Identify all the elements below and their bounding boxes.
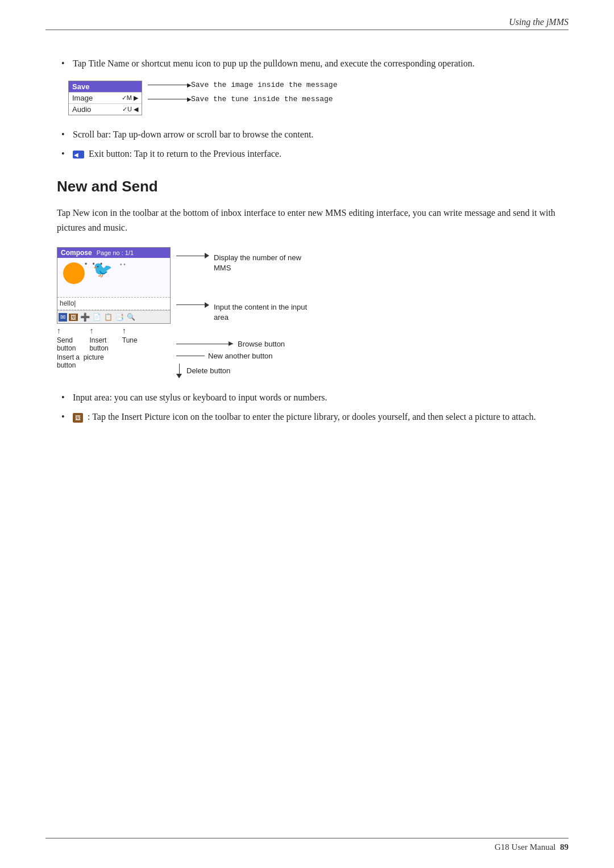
toolbar-page2-icon[interactable]: 📑 [115, 313, 125, 321]
footer-text: G18 User Manual 89 [495, 842, 569, 852]
compose-toolbar: ✉ 🖼 ➕ 📄 📋 📑 🔍 [57, 310, 170, 323]
annot-input-content: Input the content in the input area [176, 302, 316, 323]
toolbar-add-icon[interactable]: ➕ [80, 312, 90, 322]
device-mockup: Compose Page no : 1/1 🐦 • • • • • [57, 247, 171, 370]
annot-input-label: Input the content in the input area [214, 302, 316, 323]
insert-label: Insertbutton [89, 336, 108, 352]
compose-content-area: 🐦 • • • • • [57, 258, 170, 298]
save-menu-row-audio: Audio ✓U ◀ [69, 104, 142, 115]
save-menu-row-save: Save [69, 81, 142, 93]
send-label: Sendbutton [57, 336, 76, 352]
section3-bullets: Input area: you can use stylus or keyboa… [57, 391, 569, 424]
label-insert-picture: Insert a picturebutton [57, 353, 171, 369]
annot-delete: Delete button [176, 364, 316, 378]
section1-bullets: Tap Title Name or shortcut menu icon to … [57, 57, 569, 70]
tune-label: Tune [122, 336, 138, 344]
tune-arrow: ↑ [122, 326, 126, 335]
new-another-line [176, 356, 205, 356]
label-tune: ↑ Tune [122, 326, 138, 352]
main-content: Tap Title Name or shortcut menu icon to … [57, 57, 569, 424]
new-another-label: New another button [208, 352, 272, 360]
toolbar-send-icon[interactable]: ✉ [59, 313, 67, 322]
footer-page: 89 [560, 842, 569, 852]
annot-display-number-label: Display the number of new MMS [214, 253, 316, 273]
save-menu-row-image: Image ✓M ▶ [69, 93, 142, 104]
footer-line [45, 838, 569, 838]
annot-display-number: Display the number of new MMS [176, 253, 316, 273]
browse-label: Browse button [238, 340, 285, 348]
save-menu-box: Save Image ✓M ▶ Audio ✓U ◀ [68, 81, 142, 115]
compose-bottom-labels: ↑ Sendbutton ↑ Insertbutton ↑ Tune [57, 326, 171, 352]
send-arrow: ↑ [57, 326, 61, 335]
save-annot-audio: ▶ Save the tune inside the message [148, 95, 337, 103]
header-title: Using the jMMS [509, 17, 569, 27]
compose-titlebar: Compose Page no : 1/1 [57, 248, 170, 258]
annot-browse: Browse button [176, 340, 316, 348]
toolbar-insert-picture-icon[interactable]: 🖼 [69, 314, 78, 321]
delete-arrow-down [176, 364, 182, 378]
section1-bullets2: Scroll bar: Tap up-down arrow or scroll … [57, 128, 569, 161]
annot-new-another: New another button [176, 352, 316, 360]
delete-label: Delete button [186, 366, 230, 375]
bullet-tap-title: Tap Title Name or shortcut menu icon to … [57, 57, 569, 70]
save-annotations: ▶ Save the image inside the message ▶ Sa… [148, 81, 337, 103]
arrow-input-content [176, 302, 209, 308]
compose-dots: • • • [85, 260, 104, 268]
browse-line [176, 344, 233, 344]
section2-paragraph: Tap New icon in the toolbar at the botto… [57, 206, 569, 235]
insert-picture-icon: 🖼 [73, 413, 83, 423]
bullet-insert-picture: 🖼 : Tap the Insert Picture icon on the t… [57, 410, 569, 424]
compose-annotations-block: Display the number of new MMS Input the … [176, 247, 316, 378]
toolbar-browse-icon[interactable]: 🔍 [126, 313, 136, 321]
bullet-scroll: Scroll bar: Tap up-down arrow or scroll … [57, 128, 569, 141]
page-container: Using the jMMS G18 User Manual 89 Tap Ti… [0, 0, 614, 868]
label-send: ↑ Sendbutton [57, 326, 76, 352]
section2-heading: New and Send [57, 178, 569, 195]
arrow-display-number [176, 253, 209, 258]
compose-input-area: hello| [57, 298, 170, 310]
exit-icon [73, 151, 84, 158]
footer-manual: G18 User Manual [495, 842, 555, 852]
label-insert: ↑ Insertbutton [89, 326, 108, 352]
header-line [45, 30, 569, 30]
compose-circle-image [63, 262, 85, 284]
bullet-input-area: Input area: you can use stylus or keyboa… [57, 391, 569, 404]
compose-device: Compose Page no : 1/1 🐦 • • • • • [57, 247, 171, 324]
save-diagram: Save Image ✓M ▶ Audio ✓U ◀ ▶ Save the im… [68, 81, 569, 115]
insert-arrow: ↑ [89, 326, 93, 335]
toolbar-page-icon[interactable]: 📋 [103, 313, 113, 321]
toolbar-copy-icon[interactable]: 📄 [92, 313, 102, 321]
compose-diagram: Compose Page no : 1/1 🐦 • • • • • [57, 247, 569, 378]
bullet-exit: Exit button: Tap it to return to the Pre… [57, 147, 569, 161]
save-annot-image: ▶ Save the image inside the message [148, 81, 337, 89]
